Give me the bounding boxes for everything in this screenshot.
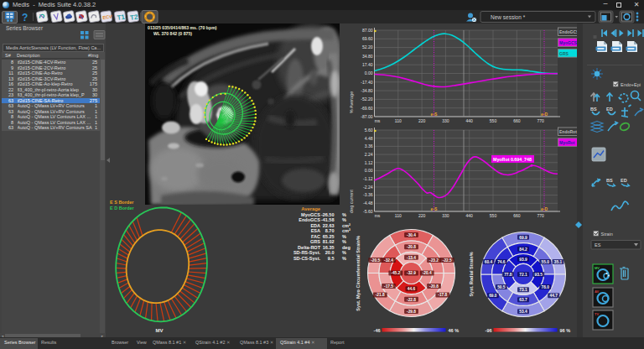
svg-text:e-D: e-D [541,112,548,117]
svg-text:44.7: 44.7 [550,294,558,298]
svg-text:46 %: 46 % [449,328,460,333]
svg-text:Syst. Radial Strain%: Syst. Radial Strain% [469,252,474,296]
svg-text:ms: ms [375,213,381,218]
svg-text:-23.2: -23.2 [429,258,439,263]
svg-text:-29.8: -29.8 [407,310,416,314]
svg-text:330: 330 [442,118,449,123]
svg-text:60.4: 60.4 [485,260,493,264]
svg-text:660: 660 [513,118,521,123]
svg-text:74.6: 74.6 [497,260,506,264]
svg-text:e-S: e-S [431,112,438,117]
svg-text:BS: BS [606,178,613,183]
svg-text:84.2: 84.2 [519,247,527,252]
svg-text:-17.40: -17.40 [361,80,372,85]
svg-text:T1: T1 [117,13,126,22]
svg-text:-1.12: -1.12 [363,176,373,181]
svg-text:55.0: 55.0 [542,260,550,264]
svg-text:013/25 035/0414/863 ms. (70: 013/25 035/0414/863 ms. (70 bpm) [148,25,217,30]
svg-text:EndoRot: EndoRot [559,129,577,134]
svg-text:52.20: 52.20 [362,44,373,49]
svg-text:-20.4: -20.4 [423,271,432,275]
svg-text:MV: MV [595,266,600,270]
svg-text:770: 770 [537,118,544,123]
svg-text:ms: ms [375,118,381,123]
svg-text:-52.20: -52.20 [361,96,372,102]
svg-text:73.1: 73.1 [519,288,527,292]
svg-text:E S Border: E S Border [110,200,134,205]
svg-text:-20.8: -20.8 [407,245,416,249]
svg-text:72.1: 72.1 [519,273,527,277]
svg-text:35.1: 35.1 [554,260,563,264]
svg-text:87.00: 87.00 [362,28,373,33]
svg-text:-69.60: -69.60 [361,106,372,111]
svg-text:330: 330 [442,213,449,218]
svg-text:e-D: e-D [541,206,548,211]
svg-text:3.36: 3.36 [365,143,373,148]
svg-text:AV: AV [595,289,600,294]
svg-text:0.00: 0.00 [365,168,373,173]
svg-text:110: 110 [395,213,402,218]
svg-text:78.0: 78.0 [542,285,550,289]
svg-text:-5.60: -5.60 [363,209,373,214]
svg-text:-32.9: -32.9 [407,271,416,275]
svg-text:34.80: 34.80 [362,54,373,59]
svg-text:e-S: e-S [431,206,438,211]
svg-text:-4.48: -4.48 [363,201,373,206]
svg-text:?: ? [22,12,28,23]
svg-text:New session *: New session * [491,14,526,20]
svg-text:-87.00: -87.00 [361,114,372,119]
svg-text:MyoRot: MyoRot [559,140,575,145]
svg-text:Strain: Strain [601,232,613,237]
svg-text:440: 440 [466,118,474,123]
svg-text:93.9: 93.9 [519,258,527,262]
svg-text:MyoRot 0.694_748: MyoRot 0.694_748 [493,157,532,162]
svg-text:-46: -46 [374,328,381,333]
svg-text:-21.8: -21.8 [376,293,385,297]
svg-text:50.5: 50.5 [497,285,506,289]
svg-text:53.4: 53.4 [519,310,527,314]
svg-text:63.7: 63.7 [519,298,527,302]
svg-text:-45.2: -45.2 [391,271,400,275]
svg-text:44.6: 44.6 [408,287,416,291]
svg-text:WL 370 842 (0 875): WL 370 842 (0 875) [153,31,192,36]
svg-text:Endo+Epi: Endo+Epi [621,82,641,87]
svg-text:-30.4: -30.4 [407,233,416,237]
svg-text:0.00: 0.00 [365,70,373,76]
svg-text:220: 220 [418,213,426,218]
svg-text:220: 220 [418,118,426,123]
svg-text:550: 550 [490,213,497,218]
svg-text:TV: TV [595,312,599,316]
svg-text:660: 660 [513,213,521,218]
svg-text:77.8: 77.8 [504,273,512,277]
svg-text:-17.8: -17.8 [438,293,447,297]
svg-text:MV: MV [156,328,164,333]
svg-text:69.9: 69.9 [519,236,527,240]
svg-text:4.48: 4.48 [365,136,373,141]
svg-text:-2.24: -2.24 [363,185,373,190]
svg-text:MyoGCS: MyoGCS [559,40,578,45]
svg-text:-32.4: -32.4 [384,258,393,263]
svg-text:1.12: 1.12 [365,160,373,165]
svg-text:5.60: 5.60 [365,128,373,133]
svg-text:-34.80: -34.80 [361,88,372,93]
svg-text:ED: ED [606,107,613,112]
svg-text:% Average: % Average [350,91,354,114]
svg-text:110: 110 [395,118,402,123]
svg-text:-22.8: -22.8 [407,298,416,302]
svg-text:93.5: 93.5 [535,273,543,277]
svg-text:E D Border: E D Border [110,206,135,211]
svg-text:69.60: 69.60 [362,36,373,41]
svg-text:ED: ED [621,178,627,183]
svg-text:770: 770 [537,213,544,218]
svg-text:GRS: GRS [559,51,569,56]
svg-text:-22.5: -22.5 [443,258,452,263]
svg-text:-3.36: -3.36 [363,192,373,197]
svg-text:440: 440 [466,213,474,218]
svg-text:-20.8: -20.8 [429,284,439,289]
svg-text:ES: ES [595,242,601,247]
svg-text:69.0: 69.0 [489,294,497,298]
svg-text:-20.5: -20.5 [371,258,380,263]
svg-text:17.40: 17.40 [362,62,373,67]
svg-text:-17.5: -17.5 [384,284,393,289]
svg-text:BS: BS [590,107,597,112]
